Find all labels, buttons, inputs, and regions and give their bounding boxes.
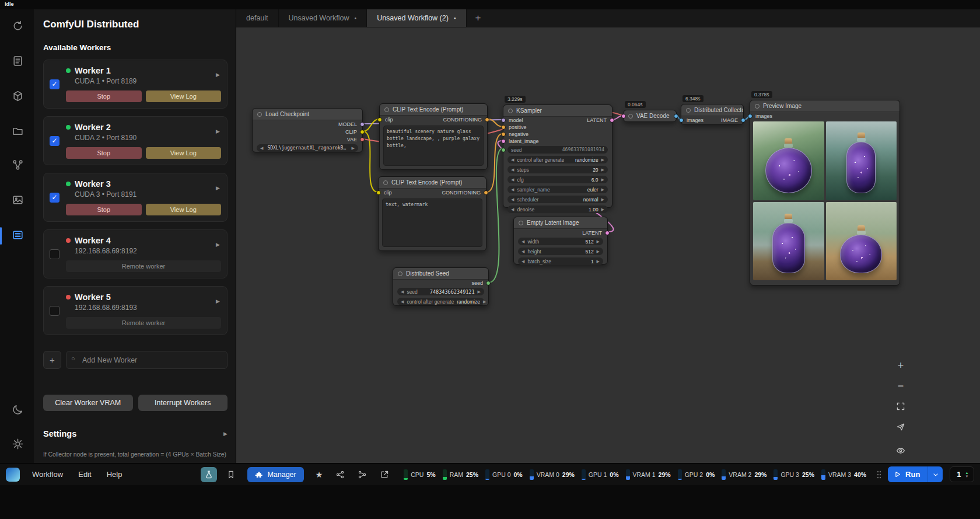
widget-right-arrow-icon[interactable]: ▶: [601, 207, 604, 212]
node-header[interactable]: Load Checkpoint: [253, 109, 362, 120]
widget-left-arrow-icon[interactable]: ◀: [511, 187, 514, 192]
samples-input-port[interactable]: [621, 114, 626, 119]
view-log-button[interactable]: View Log: [146, 204, 222, 215]
collapse-icon[interactable]: [384, 107, 389, 112]
node-header[interactable]: CLIP Text Encode (Prompt): [379, 177, 486, 189]
negative-input-port[interactable]: [501, 132, 506, 137]
node-header[interactable]: Preview Image: [750, 100, 900, 112]
widget-left-arrow-icon[interactable]: ◀: [401, 290, 404, 294]
node-header[interactable]: VAE Decode: [624, 110, 676, 121]
bookmark-button[interactable]: [223, 467, 239, 482]
workflow-menu[interactable]: Workflow: [26, 470, 69, 479]
worker-card-4[interactable]: Worker 4 192.168.68.69:8192 Remote worke…: [43, 229, 228, 278]
cfg-widget[interactable]: ◀ cfg 6.0 ▶: [508, 176, 608, 183]
settings-expander[interactable]: Settings ▶: [43, 429, 228, 438]
seed-converted-widget[interactable]: seed 469633781081934: [508, 146, 608, 154]
worker-checkbox[interactable]: [50, 249, 60, 259]
control-after-generate-widget[interactable]: ◀ control after generate randomize ▶: [508, 156, 608, 163]
node-clip-text-encode-positive[interactable]: CLIP Text Encode (Prompt) clip CONDITION…: [379, 103, 488, 170]
denoise-widget[interactable]: ◀ denoise 1.00 ▶: [508, 205, 608, 213]
positive-input-port[interactable]: [501, 125, 506, 130]
collapse-icon[interactable]: [508, 109, 513, 113]
decrement-icon[interactable]: ▼: [965, 475, 969, 478]
collapse-icon[interactable]: [383, 180, 388, 185]
stop-button[interactable]: Stop: [66, 90, 142, 102]
latent-image-input-port[interactable]: [501, 139, 506, 144]
tab-unsaved-workflow[interactable]: Unsaved Workflow ●: [279, 9, 368, 27]
widget-right-arrow-icon[interactable]: ▶: [601, 197, 604, 202]
interrupt-workers-button[interactable]: Interrupt Workers: [138, 395, 228, 411]
widget-left-arrow-icon[interactable]: ◀: [511, 207, 514, 212]
node-ksampler[interactable]: 3.229s KSampler model LATENT positive ne…: [503, 105, 612, 208]
model-library-button[interactable]: [0, 84, 35, 110]
widget-left-arrow-icon[interactable]: ◀: [511, 158, 514, 162]
widget-left-arrow-icon[interactable]: ◀: [401, 299, 404, 304]
widget-left-arrow-icon[interactable]: ◀: [511, 177, 514, 182]
drag-handle[interactable]: [876, 470, 882, 479]
widget-left-arrow-icon[interactable]: ◀: [522, 239, 524, 244]
seed-input-port[interactable]: [501, 148, 506, 152]
stop-button[interactable]: Stop: [66, 147, 142, 159]
worker-card-5[interactable]: Worker 5 192.168.68.69:8193 Remote worke…: [43, 286, 228, 335]
node-distributed-seed[interactable]: Distributed Seed seed ◀ seed 74834366234…: [393, 267, 489, 306]
images-input-port[interactable]: [748, 114, 752, 119]
node-empty-latent-image[interactable]: Empty Latent Image LATENT ◀ width 512 ▶ …: [513, 217, 608, 264]
chevron-right-icon[interactable]: ▶: [216, 298, 220, 304]
node-header[interactable]: Empty Latent Image: [514, 217, 607, 229]
clear-worker-vram-button[interactable]: Clear Worker VRAM: [43, 395, 133, 411]
sampler-name-widget[interactable]: ◀ sampler_name euler ▶: [508, 186, 608, 193]
widget-left-arrow-icon[interactable]: ◀: [522, 259, 524, 264]
ckpt-name-widget[interactable]: ◀ SDXL\juggernautXL_ragnarokBy.safeten .…: [257, 144, 358, 152]
widget-right-arrow-icon[interactable]: ▶: [597, 239, 600, 244]
collapse-icon[interactable]: [755, 104, 760, 109]
conditioning-output-port[interactable]: [485, 117, 489, 122]
height-widget[interactable]: ◀ height 512 ▶: [518, 248, 603, 255]
clip-input-port[interactable]: [377, 117, 382, 122]
edit-menu[interactable]: Edit: [72, 470, 97, 479]
prompt-textarea[interactable]: beautiful scenery nature glass bottle la…: [383, 126, 484, 166]
manager-button[interactable]: Manager: [247, 467, 303, 482]
widget-right-arrow-icon[interactable]: ▶: [597, 259, 600, 264]
node-header[interactable]: CLIP Text Encode (Prompt): [380, 104, 487, 116]
worker-card-2[interactable]: ✓ Worker 2 CUDA 2 • Port 8190 Stop View …: [43, 116, 228, 165]
theme-toggle-button[interactable]: [0, 398, 35, 423]
conditioning-output-port[interactable]: [484, 190, 488, 195]
stop-button[interactable]: Stop: [66, 204, 142, 215]
clip-input-port[interactable]: [376, 190, 381, 195]
widget-right-arrow-icon[interactable]: ▶: [601, 158, 604, 162]
vae-output-port[interactable]: [360, 137, 365, 142]
beta-lab-button[interactable]: [201, 467, 217, 482]
seed-output-port[interactable]: [486, 281, 491, 285]
help-menu[interactable]: Help: [100, 470, 129, 479]
node-load-checkpoint[interactable]: Load Checkpoint MODEL CLIP VAE ◀ SDXL\ju…: [252, 108, 363, 152]
run-button[interactable]: Run: [888, 466, 928, 482]
chevron-right-icon[interactable]: ▶: [216, 128, 220, 134]
collapse-icon[interactable]: [628, 114, 633, 119]
widget-right-arrow-icon[interactable]: ▶: [483, 299, 486, 304]
share-button[interactable]: [376, 467, 393, 482]
node-preview-image[interactable]: 0.378s Preview Image images: [750, 100, 900, 285]
worker-checkbox[interactable]: [50, 306, 60, 316]
widget-left-arrow-icon[interactable]: ◀: [260, 146, 263, 151]
chevron-right-icon[interactable]: ▶: [216, 72, 220, 78]
batch-count-stepper[interactable]: 1 ▲ ▼: [950, 466, 974, 482]
tab-unsaved-workflow-2[interactable]: Unsaved Workflow (2) ●: [367, 9, 466, 27]
node-vae-decode[interactable]: 0.064s VAE Decode: [623, 110, 677, 122]
widget-right-arrow-icon[interactable]: ▶: [601, 177, 604, 182]
widget-left-arrow-icon[interactable]: ◀: [522, 249, 524, 254]
graph-canvas[interactable]: default Unsaved Workflow ● Unsaved Workf…: [236, 9, 980, 463]
view-log-button[interactable]: View Log: [146, 147, 222, 159]
collapse-icon[interactable]: [686, 108, 691, 113]
chevron-right-icon[interactable]: ▶: [216, 242, 220, 248]
prompt-textarea[interactable]: text, watermark: [382, 198, 482, 247]
zoom-out-button[interactable]: −: [892, 378, 909, 394]
widget-right-arrow-icon[interactable]: ▶: [601, 187, 604, 192]
queue-button[interactable]: [0, 223, 35, 249]
model-output-port[interactable]: [360, 122, 365, 127]
widget-left-arrow-icon[interactable]: ◀: [511, 197, 514, 202]
worker-checkbox[interactable]: ✓: [50, 136, 60, 146]
widget-left-arrow-icon[interactable]: ◀: [511, 168, 514, 172]
node-header[interactable]: Distributed Collector: [681, 105, 743, 116]
image-output-port[interactable]: [674, 114, 678, 119]
worker-checkbox[interactable]: ✓: [50, 79, 60, 89]
